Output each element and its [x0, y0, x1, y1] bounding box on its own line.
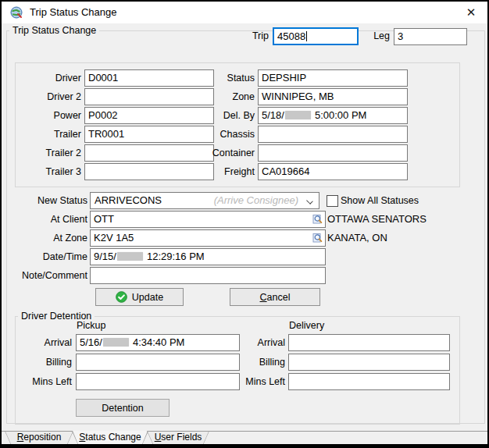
status-label: Status — [187, 69, 255, 87]
update-button-label: Update — [132, 292, 163, 303]
trailer3-label: Trailer 3 — [16, 163, 81, 180]
container-input[interactable] — [258, 144, 408, 162]
redacted-year — [103, 338, 129, 347]
pickup-arrival-input[interactable]: 5/16/4:34:40 PM — [76, 334, 240, 351]
driver-label: Driver — [16, 69, 81, 87]
at-zone-label: At Zone — [16, 229, 87, 247]
tab-user-fields[interactable]: User Fields — [147, 431, 209, 445]
delivery-billing-input[interactable] — [288, 354, 450, 371]
pickup-billing-input[interactable] — [76, 354, 240, 371]
pickup-mins-left-label: Mins Left — [14, 373, 72, 390]
show-all-statuses-label: Show All Statuses — [341, 194, 419, 207]
title-bar: Trip Status Change ✕ — [2, 2, 487, 23]
chassis-input[interactable] — [258, 126, 408, 143]
new-status-combobox[interactable]: ARRIVECONS (Arrive Consignee) — [90, 192, 319, 209]
at-zone-input[interactable]: K2V 1A5 — [90, 229, 326, 247]
container-label: Container — [187, 144, 255, 162]
detention-button[interactable]: Detention — [76, 399, 170, 417]
date-time-label: Date/Time — [16, 248, 87, 265]
groupbox-title: Trip Status Change — [9, 25, 99, 36]
client-name-text: OTTAWA SENATORS — [327, 211, 427, 228]
detention-button-label: Detention — [102, 403, 144, 414]
status-input[interactable]: DEPSHIP — [258, 69, 408, 87]
globe-app-icon — [10, 6, 23, 19]
chevron-down-icon[interactable] — [307, 198, 313, 204]
pickup-mins-left-input[interactable] — [76, 373, 240, 390]
cancel-button-label: Cancel — [260, 292, 291, 303]
close-icon[interactable]: ✕ — [462, 2, 480, 23]
driver2-label: Driver 2 — [16, 88, 81, 105]
cancel-button[interactable]: Cancel — [230, 288, 320, 306]
trip-input[interactable]: 45088 — [273, 27, 359, 45]
del-by-input[interactable]: 5/18/5:00:00 PM — [258, 107, 408, 124]
zone-name-text: KANATA, ON — [327, 229, 387, 247]
pickup-billing-label: Billing — [14, 354, 72, 371]
redacted-year — [285, 111, 311, 119]
trip-label: Trip — [233, 27, 269, 44]
at-client-label: At Client — [16, 211, 87, 228]
trailer2-label: Trailer 2 — [16, 144, 81, 162]
delivery-mins-left-input[interactable] — [288, 373, 450, 390]
at-client-input[interactable]: OTT — [90, 211, 326, 228]
pickup-arrival-label: Arrival — [14, 334, 72, 351]
new-status-label: New Status — [16, 192, 87, 209]
tab-status-change[interactable]: Status Change — [72, 431, 148, 445]
delivery-billing-label: Billing — [225, 354, 285, 371]
show-all-statuses-checkbox[interactable] — [327, 195, 338, 207]
leg-input[interactable]: 3 — [394, 28, 467, 45]
delivery-arrival-label: Arrival — [225, 334, 285, 351]
freight-input[interactable]: CA019664 — [258, 163, 408, 180]
tab-reposition[interactable]: Reposition — [5, 431, 73, 445]
chassis-label: Chassis — [187, 126, 255, 143]
freight-label: Freight — [187, 163, 255, 180]
status-description-hint: (Arrive Consignee) — [214, 193, 298, 208]
zone-lookup-icon[interactable] — [312, 233, 323, 244]
note-comment-input[interactable] — [90, 267, 326, 284]
power-label: Power — [16, 107, 81, 124]
leg-label: Leg — [355, 27, 390, 44]
text-caret — [306, 31, 307, 41]
note-comment-label: Note/Comment — [16, 267, 87, 284]
zone-label: Zone — [187, 88, 255, 105]
green-check-icon — [116, 291, 127, 303]
zone-input[interactable]: WINNIPEG, MB — [258, 88, 408, 105]
date-time-input[interactable]: 9/15/12:29:16 PM — [90, 248, 326, 265]
delivery-mins-left-label: Mins Left — [225, 373, 285, 390]
redacted-year — [117, 252, 143, 261]
pickup-column-header: Pickup — [77, 320, 106, 331]
update-button[interactable]: Update — [95, 288, 184, 306]
client-lookup-icon[interactable] — [312, 214, 323, 225]
window-title: Trip Status Change — [30, 2, 117, 23]
delivery-arrival-input[interactable] — [288, 334, 450, 351]
del-by-label: Del. By — [187, 107, 255, 124]
trip-status-change-window: Trip Status Change ✕ Trip Status Change … — [0, 0, 489, 448]
delivery-column-header: Delivery — [289, 320, 324, 331]
trailer-label: Trailer — [16, 126, 81, 143]
